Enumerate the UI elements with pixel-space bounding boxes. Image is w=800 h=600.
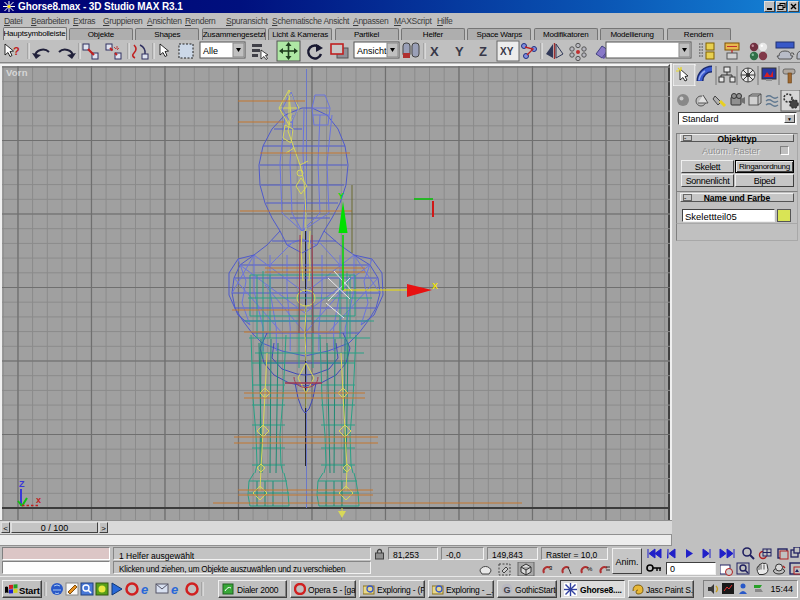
svg-text:X: X xyxy=(432,281,438,291)
svg-text:X: X xyxy=(430,44,439,59)
svg-text:Z: Z xyxy=(19,479,25,489)
svg-text:Alle: Alle xyxy=(203,46,218,56)
svg-text:Y: Y xyxy=(338,191,344,201)
svg-text:e: e xyxy=(171,582,178,597)
svg-text:3: 3 xyxy=(549,565,553,571)
svg-text:XY: XY xyxy=(500,46,514,57)
svg-text:Z: Z xyxy=(479,44,487,59)
svg-text:x: x xyxy=(36,495,41,505)
svg-text:?: ? xyxy=(13,45,20,57)
svg-text:Ansicht: Ansicht xyxy=(357,46,387,56)
svg-text:%: % xyxy=(587,566,593,572)
svg-text:G: G xyxy=(504,585,511,595)
svg-text:Y: Y xyxy=(455,44,464,59)
svg-text:e: e xyxy=(141,582,148,597)
